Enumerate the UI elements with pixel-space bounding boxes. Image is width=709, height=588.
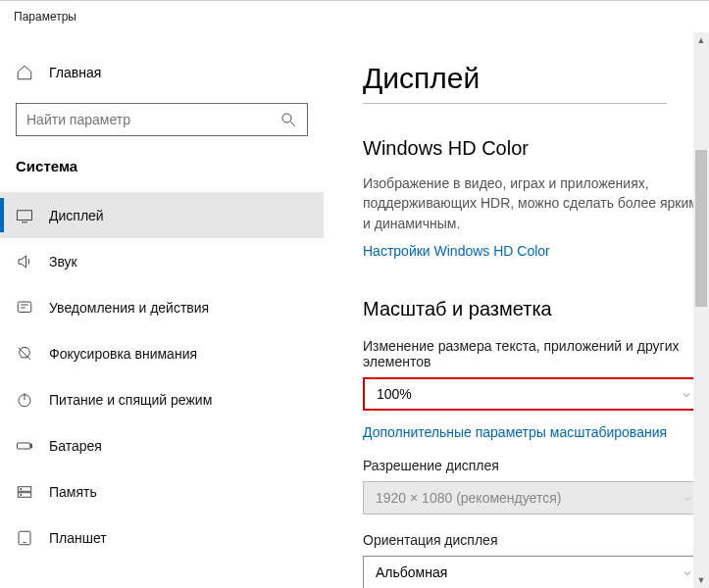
search-input[interactable]	[26, 112, 279, 127]
nav-storage[interactable]: Память	[0, 468, 324, 514]
tablet-icon	[16, 529, 33, 547]
main-panel: Дисплей Windows HD Color Изображение в в…	[324, 32, 709, 588]
chevron-down-icon	[682, 492, 693, 504]
nav-label: Память	[49, 484, 97, 500]
home-icon	[16, 64, 33, 81]
hd-color-link[interactable]: Настройки Windows HD Color	[363, 243, 550, 259]
battery-icon	[16, 437, 33, 455]
nav-power[interactable]: Питание и спящий режим	[0, 376, 324, 422]
notifications-icon	[16, 299, 33, 317]
resolution-value: 1920 × 1080 (рекомендуется)	[376, 490, 561, 506]
nav-focus[interactable]: Фокусировка внимания	[0, 330, 324, 376]
chevron-down-icon	[682, 566, 693, 578]
svg-rect-4	[18, 302, 31, 313]
nav-sound[interactable]: Звук	[0, 238, 324, 284]
chevron-down-icon	[681, 388, 692, 400]
nav-list: Дисплей Звук Уведомления и действия	[0, 192, 324, 561]
nav-tablet[interactable]: Планшет	[0, 514, 324, 561]
display-icon	[16, 207, 33, 224]
advanced-scaling-link[interactable]: Дополнительные параметры масштабирования	[363, 424, 667, 440]
nav-label: Батарея	[49, 438, 102, 454]
nav-battery[interactable]: Батарея	[0, 422, 324, 468]
sound-icon	[16, 253, 33, 270]
section-label: Система	[0, 158, 324, 192]
svg-rect-8	[18, 443, 31, 449]
text-size-select[interactable]: 100%	[363, 377, 706, 411]
orientation-value: Альбомная	[376, 564, 447, 580]
hd-color-desc: Изображение в видео, играх и приложениях…	[363, 173, 709, 233]
nav-label: Дисплей	[49, 208, 104, 223]
nav-notifications[interactable]: Уведомления и действия	[0, 284, 324, 330]
search-box[interactable]	[16, 103, 308, 136]
svg-point-12	[21, 488, 22, 489]
nav-label: Уведомления и действия	[49, 300, 209, 316]
hd-color-heading: Windows HD Color	[363, 137, 709, 160]
page-title: Дисплей	[363, 62, 667, 104]
svg-rect-2	[18, 210, 32, 220]
home-label: Главная	[49, 65, 101, 80]
power-icon	[16, 391, 33, 409]
scrollbar-thumb[interactable]	[695, 150, 707, 307]
svg-line-1	[290, 122, 295, 126]
svg-point-13	[21, 494, 22, 495]
scroll-down-arrow[interactable]: ▼	[693, 572, 709, 588]
window-title: Параметры	[14, 10, 76, 24]
nav-label: Питание и спящий режим	[49, 392, 212, 408]
text-size-label: Изменение размера текста, приложений и д…	[363, 338, 709, 369]
orientation-select[interactable]: Альбомная	[363, 556, 706, 588]
scroll-up-arrow[interactable]: ▲	[693, 32, 709, 48]
nav-display[interactable]: Дисплей	[0, 192, 324, 238]
home-link[interactable]: Главная	[0, 56, 324, 89]
svg-rect-9	[30, 444, 32, 447]
resolution-select[interactable]: 1920 × 1080 (рекомендуется)	[363, 481, 706, 514]
resolution-label: Разрешение дисплея	[363, 458, 709, 473]
sidebar: Главная Система Дисплей	[0, 32, 324, 588]
window-titlebar: Параметры	[0, 1, 709, 32]
nav-label: Планшет	[49, 530, 107, 546]
scale-heading: Масштаб и разметка	[363, 298, 709, 320]
vertical-scrollbar[interactable]: ▲ ▼	[693, 32, 709, 588]
nav-label: Звук	[49, 254, 77, 270]
focus-icon	[16, 345, 33, 363]
text-size-value: 100%	[377, 386, 412, 402]
svg-point-0	[282, 114, 291, 122]
orientation-label: Ориентация дисплея	[363, 532, 709, 548]
search-icon	[279, 111, 297, 128]
nav-label: Фокусировка внимания	[49, 346, 197, 362]
storage-icon	[16, 483, 33, 501]
